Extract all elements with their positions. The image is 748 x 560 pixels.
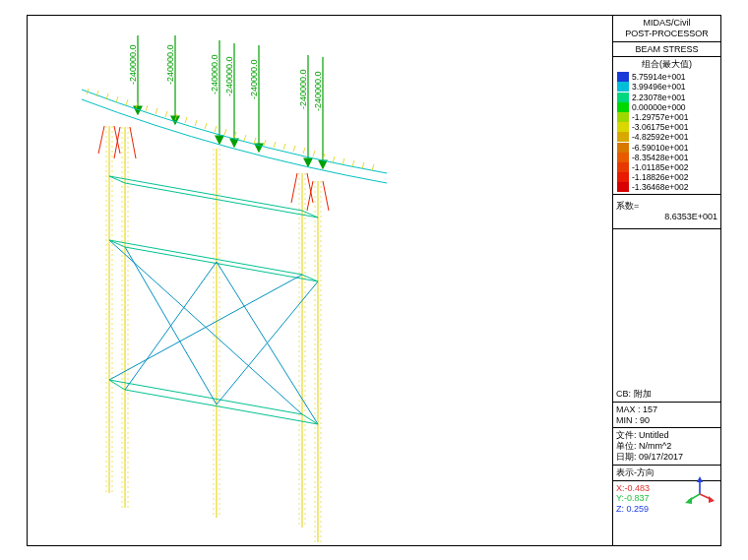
svg-line-33 — [125, 390, 318, 424]
legend-value: 2.23078e+001 — [632, 93, 686, 102]
unit-label: 单位: — [616, 441, 637, 451]
legend-item: 2.23078e+001 — [615, 93, 718, 102]
file-label: 文件: — [616, 430, 637, 440]
legend-value: 3.99496e+001 — [632, 82, 686, 92]
legend-swatch — [617, 112, 629, 122]
axis-triad-icon — [685, 476, 715, 506]
app-name: MIDAS/Civil — [616, 18, 717, 29]
app-subtitle: POST-PROCESSOR — [616, 29, 717, 39]
load-value: -240000.0 — [210, 54, 219, 94]
unit-value: N/mm^2 — [639, 441, 671, 451]
min-value: 90 — [640, 415, 650, 425]
svg-line-38 — [217, 281, 318, 404]
legend-item: -4.82592e+001 — [615, 132, 718, 142]
color-legend: 组合(最大值) 5.75914e+0013.99496e+0012.23078e… — [613, 57, 720, 195]
legend-item: -6.59010e+001 — [615, 143, 718, 153]
min-label: MIN : — [616, 415, 638, 425]
legend-swatch — [617, 102, 629, 112]
legend-item: -1.29757e+001 — [615, 112, 718, 122]
app-frame: -240000.0 -240000.0 -240000.0 -240000.0 … — [27, 15, 721, 546]
app-title: MIDAS/Civil POST-PROCESSOR — [613, 16, 720, 42]
max-label: MAX : — [616, 404, 641, 414]
load-arrows: -240000.0 -240000.0 -240000.0 -240000.0 … — [128, 35, 327, 168]
legend-swatch — [617, 182, 629, 192]
legend-value: -6.59010e+001 — [632, 143, 688, 153]
legend-value: -3.06175e+001 — [632, 122, 688, 132]
legend-swatch — [617, 153, 629, 162]
legend-item: 0.00000e+000 — [615, 102, 718, 112]
date-label: 日期: — [616, 452, 637, 462]
legend-items: 5.75914e+0013.99496e+0012.23078e+0010.00… — [615, 72, 718, 192]
legend-value: 5.75914e+001 — [632, 72, 686, 82]
legend-swatch — [617, 122, 629, 132]
maxmin-info: MAX : 157 MIN : 90 — [613, 402, 720, 429]
legend-item: -1.36468e+002 — [615, 182, 718, 192]
scale-value: 8.6353E+001 — [616, 212, 717, 222]
cb-value: 附加 — [634, 389, 652, 399]
load-value: -240000.0 — [298, 69, 308, 109]
model-viewport[interactable]: -240000.0 -240000.0 -240000.0 -240000.0 … — [28, 16, 614, 545]
legend-value: 0.00000e+000 — [632, 102, 686, 112]
legend-swatch — [617, 93, 629, 102]
deck-ticks — [87, 89, 374, 170]
max-value: 157 — [643, 404, 657, 414]
legend-swatch — [617, 82, 629, 92]
svg-line-29 — [125, 183, 318, 218]
svg-marker-13 — [319, 160, 327, 168]
legend-swatch — [617, 132, 629, 142]
svg-marker-50 — [709, 496, 715, 503]
svg-marker-11 — [304, 158, 312, 166]
legend-item: -8.35428e+001 — [615, 153, 718, 162]
load-value: -240000.0 — [128, 44, 138, 85]
load-value: -240000.0 — [313, 71, 323, 111]
file-value: Untitled — [639, 430, 669, 440]
legend-value: -4.82592e+001 — [632, 132, 688, 142]
svg-marker-5 — [216, 136, 223, 144]
cb-label: CB: — [616, 389, 631, 399]
legend-item: 5.75914e+001 — [615, 72, 718, 82]
legend-value: -1.01185e+002 — [632, 162, 688, 172]
side-panel: MIDAS/Civil POST-PROCESSOR BEAM STRESS 组… — [612, 16, 720, 545]
scale-label: 系数= — [616, 201, 717, 212]
result-mode: BEAM STRESS — [613, 42, 720, 58]
legend-swatch — [617, 143, 629, 153]
legend-swatch — [617, 72, 629, 82]
legend-item: -1.18826e+002 — [615, 172, 718, 182]
file-info: 文件: Untitled 单位: N/mm^2 日期: 09/17/2017 — [613, 428, 720, 465]
structure-drawing: -240000.0 -240000.0 -240000.0 -240000.0 … — [28, 16, 614, 545]
legend-swatch — [617, 172, 629, 182]
load-value: -240000.0 — [165, 44, 175, 85]
svg-line-36 — [125, 262, 217, 390]
svg-line-31 — [125, 247, 318, 281]
svg-marker-52 — [685, 497, 692, 504]
svg-line-40 — [109, 275, 302, 380]
load-value: -240000.0 — [249, 59, 259, 99]
panel-spacer — [613, 229, 720, 387]
legend-value: -8.35428e+001 — [632, 153, 688, 162]
legend-value: -1.29757e+001 — [632, 112, 688, 122]
svg-line-30 — [109, 176, 302, 211]
legend-title: 组合(最大值) — [615, 59, 718, 70]
scale-factor: 系数= 8.6353E+001 — [613, 195, 720, 229]
svg-marker-48 — [697, 476, 703, 482]
legend-item: -1.01185e+002 — [615, 162, 718, 172]
legend-value: -1.36468e+002 — [632, 182, 688, 192]
cb-info: CB: 附加 — [613, 387, 720, 402]
legend-item: 3.99496e+001 — [615, 82, 718, 92]
legend-swatch — [617, 162, 629, 172]
load-value: -240000.0 — [224, 56, 234, 96]
date-value: 09/17/2017 — [639, 452, 683, 462]
legend-item: -3.06175e+001 — [615, 122, 718, 132]
legend-value: -1.18826e+002 — [632, 172, 688, 182]
